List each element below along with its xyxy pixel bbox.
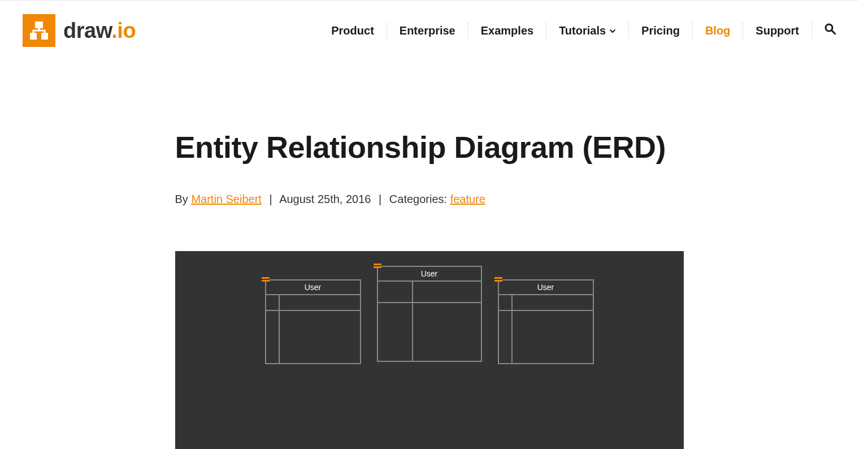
- page-scroll[interactable]: draw.io Product Enterprise Examples Tuto…: [0, 0, 858, 449]
- svg-line-4: [832, 31, 835, 34]
- by-label: By: [175, 193, 192, 205]
- table-icon: [494, 276, 502, 282]
- nav-label: Support: [756, 23, 799, 38]
- svg-rect-1: [30, 33, 37, 40]
- logo-text: draw.io: [63, 19, 136, 43]
- article-hero-image: User User User: [175, 251, 684, 450]
- table-icon: [374, 262, 381, 268]
- erd-table: User: [498, 279, 594, 364]
- nav-pricing[interactable]: Pricing: [629, 23, 693, 38]
- main-nav: Product Enterprise Examples Tutorials Pr…: [319, 23, 836, 38]
- nav-label: Blog: [705, 23, 730, 38]
- category-link[interactable]: feature: [450, 193, 485, 205]
- erd-table: User: [377, 266, 482, 362]
- site-header: draw.io Product Enterprise Examples Tuto…: [0, 1, 858, 61]
- nav-label: Product: [331, 23, 374, 38]
- nav-examples[interactable]: Examples: [468, 23, 546, 38]
- nav-label: Tutorials: [559, 23, 606, 38]
- meta-separator: |: [269, 193, 272, 205]
- meta-separator: |: [379, 193, 381, 205]
- nav-blog[interactable]: Blog: [693, 23, 743, 38]
- logo[interactable]: draw.io: [23, 14, 136, 47]
- article-main: Entity Relationship Diagram (ERD) By Mar…: [175, 128, 684, 449]
- search-icon: [824, 23, 836, 38]
- svg-rect-2: [41, 33, 48, 40]
- erd-tables: User User User: [175, 279, 684, 364]
- article-date: August 25th, 2016: [279, 193, 371, 205]
- nav-tutorials[interactable]: Tutorials: [546, 23, 629, 38]
- nav-label: Examples: [481, 23, 533, 38]
- logo-text-right: .io: [111, 19, 136, 42]
- logo-mark-icon: [23, 14, 55, 47]
- nav-support[interactable]: Support: [743, 23, 812, 38]
- article-title: Entity Relationship Diagram (ERD): [175, 128, 684, 167]
- table-icon: [262, 276, 270, 282]
- erd-table: User: [265, 279, 361, 364]
- logo-text-left: draw: [63, 19, 111, 42]
- table-title: User: [421, 269, 438, 278]
- article-meta: By Martin Seibert | August 25th, 2016 | …: [175, 193, 684, 206]
- nav-search[interactable]: [812, 23, 836, 38]
- table-title: User: [537, 283, 554, 292]
- table-title: User: [305, 283, 322, 292]
- categories-label: Categories:: [389, 193, 450, 205]
- svg-rect-0: [35, 21, 43, 28]
- chevron-down-icon: [609, 23, 616, 38]
- nav-label: Pricing: [641, 23, 680, 38]
- nav-enterprise[interactable]: Enterprise: [387, 23, 468, 38]
- author-link[interactable]: Martin Seibert: [191, 193, 262, 205]
- nav-label: Enterprise: [400, 23, 455, 38]
- nav-product[interactable]: Product: [319, 23, 387, 38]
